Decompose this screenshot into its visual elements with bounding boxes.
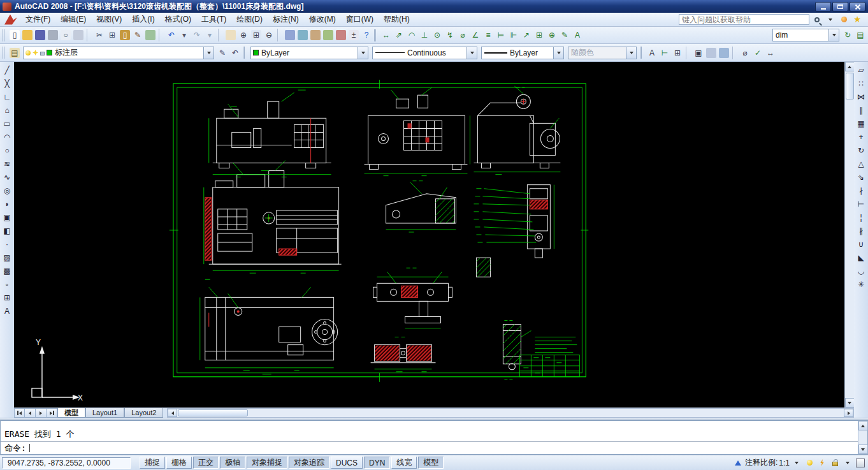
annotation-scale-value[interactable]: 1:1 (779, 459, 790, 467)
color-combo-arrow[interactable] (358, 47, 368, 59)
center-mark-icon[interactable]: ⊕ (546, 29, 558, 42)
cut-icon[interactable]: ✂ (93, 29, 106, 42)
diameter-dimension-icon[interactable]: ⌀ (456, 29, 469, 42)
extend-icon[interactable]: ⊢ (855, 198, 867, 210)
quick-dimension-icon[interactable]: ≡ (482, 29, 495, 42)
stretch-icon[interactable]: ⇘ (855, 171, 867, 184)
dimension-edit-icon[interactable]: ✎ (558, 29, 571, 42)
plot-icon[interactable] (47, 29, 59, 42)
layer-color-swatch[interactable] (47, 50, 52, 55)
properties-icon[interactable] (284, 29, 296, 42)
offset-icon[interactable]: ∥ (855, 104, 867, 117)
angular-dimension-icon[interactable]: ∠ (469, 29, 482, 42)
tab-layout2[interactable]: Layout2 (124, 408, 163, 418)
ellipse-arc-icon[interactable]: ◗ (1, 198, 13, 210)
paste-icon[interactable]: ▯ (119, 29, 131, 42)
drawing-canvas[interactable]: Y X (14, 62, 844, 408)
linetype-combo[interactable]: Continuous (372, 47, 477, 59)
toggle-dyn[interactable]: DYN (364, 457, 390, 469)
make-block-icon[interactable]: ◧ (1, 224, 13, 237)
zoom-window-icon[interactable]: ⊞ (250, 29, 263, 42)
table-icon[interactable]: ⊞ (1, 291, 13, 304)
toggle-ducs[interactable]: DUCS (331, 457, 363, 469)
communication-center-icon[interactable] (838, 14, 850, 25)
scroll-up-button[interactable] (845, 62, 855, 71)
attach-image-icon[interactable] (718, 46, 730, 59)
fillet-icon[interactable]: ◡ (855, 265, 867, 277)
quickcalc-icon[interactable]: ± (347, 29, 360, 42)
annotation-visibility-icon[interactable] (804, 457, 815, 469)
menu-view[interactable]: 视图(V) (91, 12, 127, 27)
dimension-text-edit-icon[interactable]: A (571, 29, 584, 42)
block-editor-icon[interactable] (144, 29, 157, 42)
jogged-dimension-icon[interactable]: ↯ (444, 29, 456, 42)
menu-window[interactable]: 窗口(W) (341, 12, 379, 27)
break-icon[interactable]: ∦ (855, 224, 867, 237)
dimension-update-icon[interactable]: ↻ (841, 29, 854, 42)
insert-block-toolbar-icon[interactable]: ▣ (692, 46, 705, 59)
arc-length-dimension-icon[interactable]: ◠ (405, 29, 418, 42)
ordinate-dimension-icon[interactable]: ⊥ (418, 29, 431, 42)
scroll-down-button[interactable] (845, 398, 855, 408)
scroll-right-button[interactable] (844, 409, 853, 417)
layer-properties-manager-icon[interactable]: ▤ (8, 46, 21, 59)
revision-cloud-icon[interactable]: ≋ (1, 158, 13, 170)
clean-screen-button[interactable] (855, 457, 866, 469)
help-search-input[interactable] (679, 14, 809, 25)
copy-icon[interactable]: ⊞ (106, 29, 119, 42)
join-icon[interactable]: ∪ (855, 238, 867, 251)
command-scrollbar[interactable] (858, 421, 867, 454)
array-icon[interactable]: ▦ (855, 117, 867, 130)
spline-icon[interactable]: ∿ (1, 171, 13, 184)
polyline-icon[interactable]: ∟ (1, 91, 13, 103)
ellipse-icon[interactable]: ◎ (1, 184, 13, 197)
annotation-auto-scale-icon[interactable] (816, 457, 828, 469)
text-style-icon[interactable]: A (646, 46, 658, 59)
tab-first-button[interactable] (14, 408, 25, 418)
copy-object-icon[interactable]: ∷ (855, 77, 867, 90)
tool-palettes-icon[interactable] (309, 29, 322, 42)
rectangle-icon[interactable]: ▭ (1, 117, 13, 130)
search-icon[interactable] (811, 14, 823, 25)
status-tray-menu-icon[interactable] (842, 457, 853, 469)
lineweight-combo-arrow[interactable] (553, 47, 563, 59)
markup-set-manager-icon[interactable] (335, 29, 347, 42)
toggle-snap[interactable]: 捕捉 (140, 457, 165, 469)
command-window[interactable]: ERASE 找到 1 个 命令: (0, 420, 868, 455)
toolbar-grip[interactable] (374, 29, 377, 41)
favorites-icon[interactable] (851, 14, 863, 25)
layer-previous-icon[interactable]: ↶ (229, 46, 242, 59)
circle-icon[interactable]: ○ (1, 144, 13, 157)
object-tracking-icon[interactable]: ↔ (764, 46, 777, 59)
open-icon[interactable] (21, 29, 34, 42)
toggle-model[interactable]: 模型 (418, 457, 444, 469)
baseline-dimension-icon[interactable]: ⊨ (495, 29, 507, 42)
toolbar-lock-icon[interactable] (829, 457, 841, 469)
close-button[interactable] (850, 2, 865, 11)
make-object-layer-current-icon[interactable]: ✎ (216, 46, 229, 59)
save-icon[interactable] (34, 29, 47, 42)
continue-dimension-icon[interactable]: ⊩ (507, 29, 520, 42)
layer-combo-arrow[interactable] (203, 47, 213, 59)
help-icon[interactable]: ? (360, 29, 373, 42)
move-icon[interactable]: + (855, 131, 867, 143)
coordinates-display[interactable]: 9047.2735, -873.2552, 0.0000 (2, 457, 131, 469)
plot-preview-icon[interactable]: ○ (59, 29, 72, 42)
rotate-icon[interactable]: ↻ (855, 144, 867, 157)
hatch-icon[interactable]: ▨ (1, 251, 13, 264)
undo-icon[interactable]: ↶ (165, 29, 178, 42)
quick-select-icon[interactable]: ✓ (751, 46, 764, 59)
table-style-icon[interactable]: ⊞ (671, 46, 684, 59)
menu-modify[interactable]: 修改(M) (304, 12, 341, 27)
command-scroll-down-button[interactable] (858, 444, 868, 454)
construction-line-icon[interactable]: ╳ (1, 77, 13, 90)
menu-insert[interactable]: 插入(I) (127, 12, 159, 27)
toolbar-grip[interactable] (3, 29, 6, 41)
match-properties-icon[interactable]: ✎ (131, 29, 144, 42)
vertical-scrollbar[interactable] (844, 62, 854, 408)
dimension-style-icon[interactable]: ▤ (854, 29, 867, 42)
gradient-icon[interactable]: ▩ (1, 265, 13, 277)
arc-icon[interactable]: ◠ (1, 131, 13, 143)
publish-icon[interactable] (72, 29, 85, 42)
toggle-grid[interactable]: 栅格 (166, 457, 192, 469)
